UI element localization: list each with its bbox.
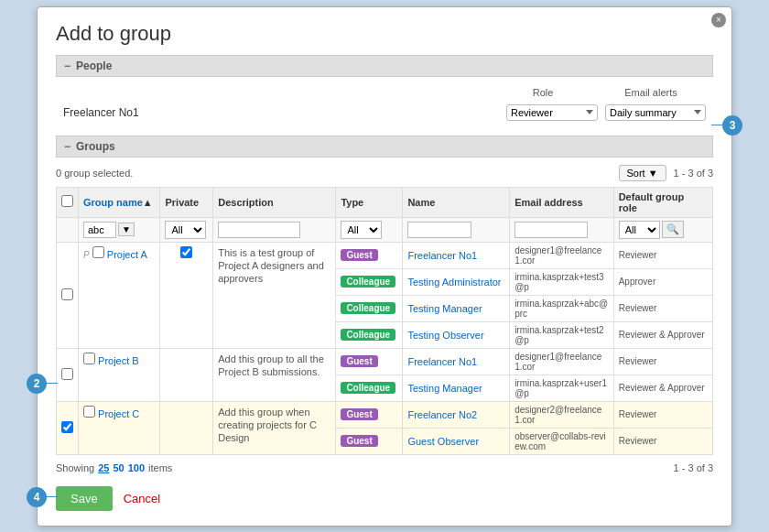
annotation-3: 3 xyxy=(722,115,742,136)
member-name-link[interactable]: Testing Manager xyxy=(407,383,482,394)
people-section-header: − People xyxy=(56,55,713,77)
p-indicator: P xyxy=(83,250,90,260)
type-badge: Colleague xyxy=(341,382,395,394)
filter-private-select[interactable]: All Yes No xyxy=(165,221,206,239)
th-description: Description xyxy=(213,187,336,217)
type-cell: Colleague xyxy=(336,375,403,401)
per-page-100[interactable]: 100 xyxy=(128,462,145,473)
filter-desc-input[interactable] xyxy=(218,222,300,238)
role-cell: Reviewer & Approver xyxy=(613,375,712,401)
group-name-link[interactable]: Project C xyxy=(98,408,139,419)
type-cell: Colleague xyxy=(336,321,403,348)
type-badge: Guest xyxy=(341,435,377,447)
select-all-checkbox[interactable] xyxy=(61,195,73,207)
type-cell: Colleague xyxy=(336,295,403,321)
email-cell: irmina.kasprzak+test2@p xyxy=(510,321,614,348)
role-cell: Reviewer xyxy=(613,295,712,321)
member-name-link[interactable]: Guest Observer xyxy=(407,436,479,447)
per-page-25[interactable]: 25 xyxy=(98,462,109,473)
filter-member-name-input[interactable] xyxy=(407,222,471,238)
th-private: Private xyxy=(160,187,213,217)
member-name-link[interactable]: Testing Observer xyxy=(407,330,483,341)
email-cell: designer1@freelance1.cor xyxy=(510,348,614,375)
modal-title: Add to group xyxy=(56,22,713,46)
filter-search-button[interactable]: 🔍 xyxy=(662,221,684,238)
email-alerts-select[interactable]: Daily summary Immediate Weekly None xyxy=(605,104,706,121)
people-section: − People Role Email alerts Freelancer No… xyxy=(56,55,713,125)
th-role-label: Default grouprole xyxy=(619,191,685,213)
email-cell: observer@collabs-review.com xyxy=(510,428,614,454)
member-name-link[interactable]: Freelancer No2 xyxy=(407,409,477,420)
type-badge: Colleague xyxy=(341,329,395,341)
role-select[interactable]: Reviewer Approver Observer xyxy=(506,104,598,121)
row-checkbox[interactable] xyxy=(61,288,73,300)
group-name-link[interactable]: Project A xyxy=(107,249,147,260)
row-checkbox-cell xyxy=(57,242,79,348)
role-cell: Reviewer xyxy=(613,242,712,268)
filter-name-input[interactable] xyxy=(83,222,116,238)
type-cell: Guest xyxy=(336,348,403,375)
type-badge: Colleague xyxy=(341,276,395,288)
toolbar-right: Sort ▼ 1 - 3 of 3 xyxy=(619,165,714,181)
type-cell: Guest xyxy=(336,401,403,428)
private-cell xyxy=(160,401,213,454)
annotation-4: 4 xyxy=(27,487,47,507)
bottom-buttons: Save Cancel xyxy=(56,486,713,511)
member-name-link[interactable]: Testing Manager xyxy=(407,303,482,314)
per-page-50[interactable]: 50 xyxy=(113,462,124,473)
groups-table: Group name▲ Private Description Type Nam… xyxy=(56,187,713,455)
table-row: P Project AThis is a test group of Proje… xyxy=(57,242,713,268)
member-name-link[interactable]: Freelancer No1 xyxy=(407,356,477,367)
group-name-link[interactable]: Project B xyxy=(98,355,139,366)
groups-section: − Groups 0 group selected. Sort ▼ 1 - 3 … xyxy=(56,136,713,473)
group-inner-checkbox[interactable] xyxy=(83,353,95,364)
filter-email-input[interactable] xyxy=(514,222,588,238)
filter-name-dropdown-icon[interactable]: ▼ xyxy=(118,223,135,236)
group-name-sort-link[interactable]: Group name xyxy=(83,197,143,208)
filter-role-select[interactable]: All Reviewer Approver xyxy=(619,221,660,239)
groups-collapse-icon[interactable]: − xyxy=(64,140,70,153)
cancel-button[interactable]: Cancel xyxy=(124,492,160,505)
sort-button[interactable]: Sort ▼ xyxy=(619,165,666,181)
member-name-cell: Testing Manager xyxy=(403,375,510,401)
member-name-link[interactable]: Freelancer No1 xyxy=(407,250,477,261)
sort-label: Sort xyxy=(627,168,645,179)
th-email: Email address xyxy=(510,187,614,217)
groups-section-header: − Groups xyxy=(56,136,713,157)
sort-icon: ▼ xyxy=(648,168,658,179)
showing-row: Showing 25 50 100 items xyxy=(56,462,172,473)
people-section-label: People xyxy=(76,60,112,72)
group-name-cell: Project B xyxy=(79,348,160,401)
th-group-name: Group name▲ xyxy=(79,187,160,217)
filter-member-name-cell xyxy=(403,217,510,242)
close-button[interactable]: × xyxy=(711,13,726,27)
th-type: Type xyxy=(336,187,403,217)
save-button[interactable]: Save xyxy=(56,486,113,511)
filter-email-cell xyxy=(510,217,614,242)
member-name-cell: Freelancer No1 xyxy=(403,348,510,375)
description-cell: Add this group when creating projects fo… xyxy=(213,401,336,454)
type-cell: Guest xyxy=(336,242,403,268)
type-badge: Colleague xyxy=(341,302,395,314)
member-name-cell: Freelancer No2 xyxy=(403,401,510,428)
type-badge: Guest xyxy=(341,355,377,367)
people-collapse-icon[interactable]: − xyxy=(64,60,70,72)
row-checkbox[interactable] xyxy=(61,421,73,433)
annotation-2: 2 xyxy=(27,374,47,394)
description-cell: Add this group to all the Project B subm… xyxy=(213,348,336,401)
group-inner-checkbox[interactable] xyxy=(83,406,95,418)
row-checkbox[interactable] xyxy=(61,368,73,380)
email-cell: irmina.kasprzak+abc@prc xyxy=(510,295,614,321)
th-name: Name xyxy=(403,187,510,217)
private-checkbox[interactable] xyxy=(180,246,192,258)
type-cell: Guest xyxy=(336,428,403,454)
email-cell: designer1@freelance1.cor xyxy=(510,242,614,268)
groups-section-label: Groups xyxy=(76,140,115,153)
role-column-label: Role xyxy=(533,87,554,98)
private-cell xyxy=(160,348,213,401)
type-cell: Colleague xyxy=(336,268,403,295)
filter-type-select[interactable]: All Guest Colleague xyxy=(341,221,382,239)
email-column-label: Email alerts xyxy=(624,87,677,98)
member-name-link[interactable]: Testing Administrator xyxy=(407,277,501,288)
group-inner-checkbox[interactable] xyxy=(92,246,104,258)
